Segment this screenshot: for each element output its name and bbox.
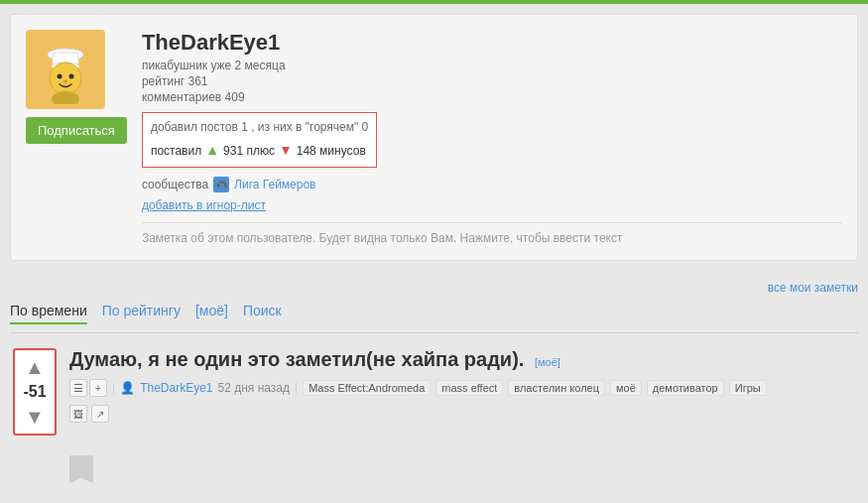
time-ago: 52 дня назад — [218, 381, 291, 395]
subscribe-button[interactable]: Подписаться — [26, 117, 127, 144]
tab-search[interactable]: Поиск — [243, 303, 282, 324]
communities-label: сообщества — [142, 178, 208, 191]
bookmark-area — [10, 455, 858, 483]
add-icon[interactable]: + — [89, 379, 107, 397]
stats-plus: 931 плюс — [223, 141, 275, 161]
moe-badge: [моё] — [535, 356, 560, 368]
profile-card: Подписаться TheDarkEye1 пикабушник уже 2… — [10, 14, 858, 261]
save-icon[interactable]: 🖼 — [69, 405, 87, 423]
rating-value: 361 — [188, 74, 208, 88]
vote-block: ▲ -51 ▼ — [10, 348, 60, 436]
post-content: Думаю, я не один это заметил(не хайпа ра… — [69, 348, 858, 436]
rating-label: рейтинг — [142, 74, 185, 88]
comments-line: комментариев 409 — [142, 90, 842, 104]
share-icon[interactable]: ↗ — [91, 405, 109, 423]
avatar — [26, 30, 105, 109]
arrow-down-icon: ▼ — [279, 139, 293, 163]
tag-mass-effect-andromeda[interactable]: Mass Effect:Andromeda — [303, 380, 431, 396]
stats-minus: 148 минусов — [297, 141, 366, 161]
author-link[interactable]: TheDarkEye1 — [140, 381, 212, 395]
tab-by-time[interactable]: По времени — [10, 303, 87, 324]
stats-prefix: поставил — [151, 141, 201, 161]
tab-by-rating[interactable]: По рейтингу — [102, 303, 181, 324]
svg-point-4 — [58, 74, 62, 79]
svg-point-6 — [63, 80, 67, 83]
avatar-block: Подписаться — [26, 30, 127, 245]
separator2: | — [295, 381, 298, 395]
comments-value: 409 — [225, 90, 245, 104]
vote-box: ▲ -51 ▼ — [13, 348, 56, 436]
tag-mass-effect[interactable]: mass effect — [435, 380, 503, 396]
vote-count: -51 — [23, 379, 46, 405]
bookmark-icon[interactable] — [69, 455, 93, 483]
communities-line: сообщества 🎮 Лига Геймеров — [142, 177, 842, 192]
ignore-link[interactable]: добавить в игнор-лист — [142, 198, 266, 212]
arrow-up-icon: ▲ — [205, 139, 219, 163]
separator: | — [112, 381, 115, 395]
list-icon[interactable]: ☰ — [69, 379, 87, 397]
tag-vladelin-kolets[interactable]: властелин колец — [508, 380, 605, 396]
post-icons-row: 🖼 ↗ — [69, 405, 858, 423]
vote-up-button[interactable]: ▲ — [25, 355, 45, 379]
comments-label: комментариев — [142, 90, 221, 104]
tag-moe[interactable]: моё — [610, 380, 642, 396]
tag-demotivator[interactable]: демотиватор — [647, 380, 724, 396]
post-title: Думаю, я не один это заметил(не хайпа ра… — [69, 348, 858, 371]
stats-box: добавил постов 1 , из них в "горячем" 0 … — [142, 112, 377, 168]
stats-line1: добавил постов 1 , из них в "горячем" 0 — [151, 117, 368, 137]
profile-info: TheDarkEye1 пикабушник уже 2 месяца рейт… — [142, 30, 842, 245]
page-wrapper: Подписаться TheDarkEye1 пикабушник уже 2… — [0, 4, 868, 493]
person-icon: 👤 — [120, 381, 135, 395]
my-notes-link[interactable]: все мои заметки — [10, 281, 858, 295]
svg-point-5 — [69, 74, 74, 79]
svg-point-7 — [52, 91, 79, 104]
rating-line: рейтинг 361 — [142, 74, 842, 88]
svg-point-3 — [50, 63, 81, 94]
username: TheDarkEye1 — [142, 30, 842, 56]
vote-down-button[interactable]: ▼ — [25, 405, 45, 429]
tag-igry[interactable]: Игры — [729, 380, 767, 396]
posts-area: ▲ -51 ▼ Думаю, я не один это заметил(не … — [10, 348, 858, 436]
pikabu-status: пикабушник уже 2 месяца — [142, 59, 842, 72]
stats-line2: поставил ▲ 931 плюс ▼ 148 минусов — [151, 139, 368, 163]
tab-moe[interactable]: [моё] — [195, 303, 228, 324]
action-icons: ☰ + — [69, 379, 107, 397]
note-line[interactable]: Заметка об этом пользователе. Будет видн… — [142, 222, 842, 245]
community-link[interactable]: Лига Геймеров — [234, 178, 315, 191]
tabs-bar: По времени По рейтингу [моё] Поиск — [10, 303, 858, 333]
community-icon: 🎮 — [213, 177, 229, 192]
post-meta: ☰ + | 👤 TheDarkEye1 52 дня назад | Mass … — [69, 379, 858, 397]
